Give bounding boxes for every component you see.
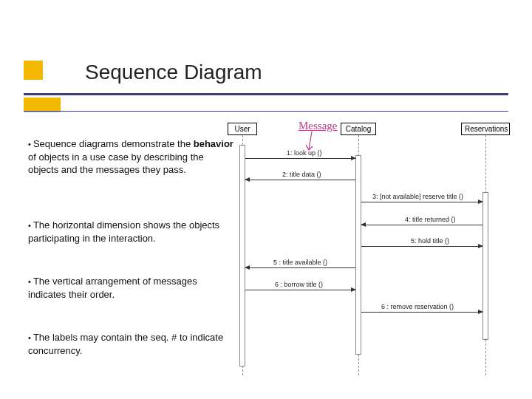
msg-4-line [361, 225, 482, 225]
message-label: Message [299, 120, 338, 132]
msg-6-text: 5 : title available () [273, 259, 327, 266]
bullet-2: • The horizontal dimension shows the obj… [28, 219, 235, 245]
page-title: Sequence Diagram [85, 61, 262, 84]
msg-5-line [361, 246, 482, 247]
object-reservations: Reservations [461, 123, 510, 135]
bullet-2-text: The horizontal dimension shows the objec… [28, 219, 219, 244]
msg-8-text: 6 : remove reservation () [381, 303, 454, 310]
bullet-3: • The vertical arrangement of messages i… [28, 275, 235, 301]
bullet-1-pre: Sequence diagrams demonstrate the [33, 138, 194, 149]
accent-bar [24, 98, 61, 112]
msg-5-text: 5: hold title () [411, 237, 449, 245]
divider-bottom [24, 111, 508, 112]
msg-1-text: 1: look up () [287, 149, 322, 157]
bullet-1: • Sequence diagrams demonstrate the beha… [28, 137, 235, 177]
msg-6-line [245, 267, 355, 268]
bullet-4-text: The labels may contain the seq. # to ind… [28, 332, 223, 356]
bullet-1-post: of objects in a use case by describing t… [28, 151, 204, 176]
object-user: User [228, 123, 257, 135]
object-catalog: Catalog [341, 123, 376, 135]
bullet-1-bold: behavior [194, 138, 233, 149]
msg-4-text: 4: title returned () [405, 216, 456, 223]
activation-catalog [355, 155, 361, 355]
msg-8-line [361, 312, 482, 313]
msg-2-line [245, 180, 355, 180]
accent-block [24, 61, 43, 80]
msg-2-text: 2: title data () [282, 171, 321, 178]
divider-top [24, 93, 508, 95]
bullet-4: • The labels may contain the seq. # to i… [28, 331, 235, 357]
msg-3-line [361, 202, 482, 202]
msg-3-text: 3: [not available] reserve title () [372, 193, 463, 200]
activation-reservations [482, 192, 488, 340]
svg-line-0 [309, 132, 312, 149]
msg-1-line [245, 158, 355, 159]
bullet-3-text: The vertical arrangement of messages ind… [28, 276, 197, 300]
msg-7-text: 6 : borrow title () [275, 281, 323, 288]
msg-7-line [245, 290, 355, 290]
